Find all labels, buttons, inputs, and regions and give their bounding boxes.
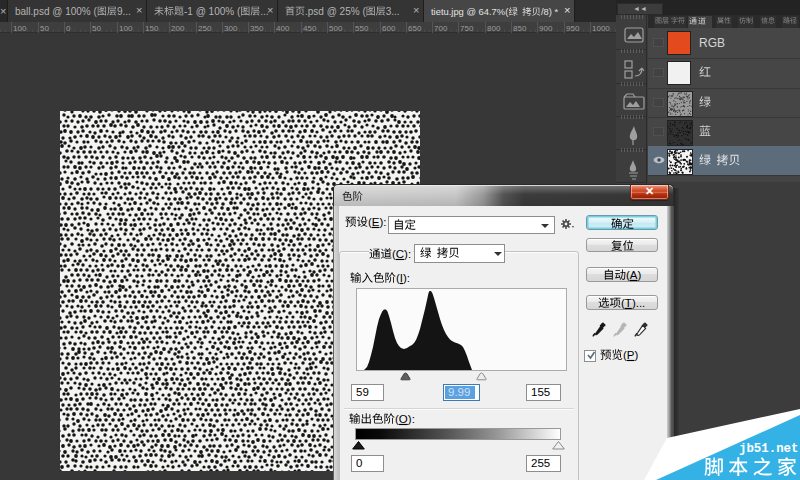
svg-text:tietu.jpg @ 64.7%(: tietu.jpg @ 64.7%(	[431, 6, 509, 17]
svg-text:RGB: RGB	[699, 36, 725, 50]
svg-text:/8) *: /8) *	[541, 6, 559, 17]
svg-text:):: ):	[404, 248, 411, 260]
svg-text:):: ):	[380, 216, 387, 228]
svg-text:C: C	[396, 248, 404, 260]
svg-text:9...: 9...	[117, 6, 131, 17]
svg-text:O: O	[399, 413, 408, 425]
svg-text:)...: )...	[632, 297, 645, 309]
svg-text:): )	[635, 349, 639, 361]
svg-text:):: ):	[408, 413, 415, 425]
svg-text:3...: 3...	[386, 6, 400, 17]
svg-text:jb51.net: jb51.net	[739, 441, 799, 455]
svg-text:.psd @ 25% (: .psd @ 25% (	[305, 6, 366, 17]
svg-text:):: ):	[403, 272, 410, 284]
svg-text:T: T	[625, 297, 632, 309]
svg-text:): )	[637, 269, 641, 281]
svg-text:ball.psd @ 100% (: ball.psd @ 100% (	[15, 6, 98, 17]
svg-text:-1 @ 100% (: -1 @ 100% (	[184, 6, 241, 17]
